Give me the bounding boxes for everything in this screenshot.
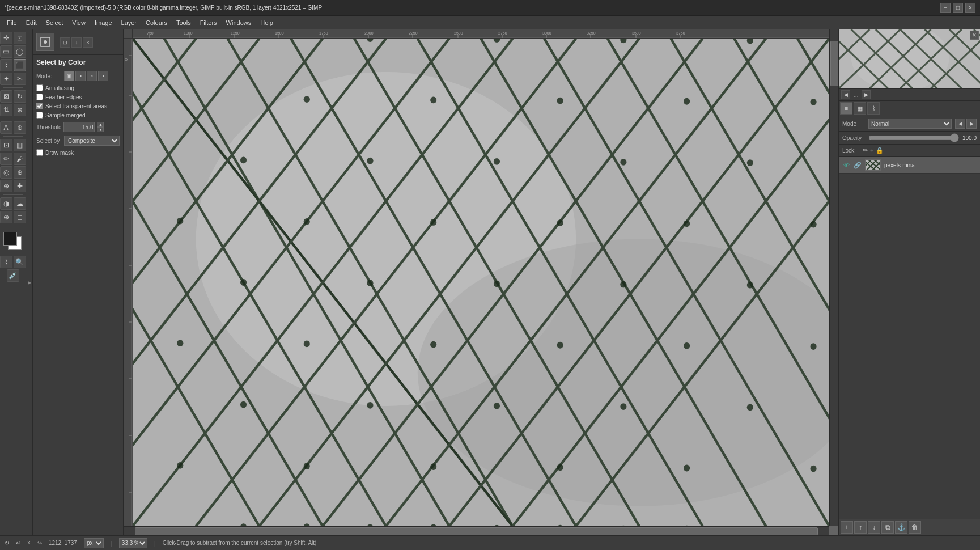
menu-item-tools[interactable]: Tools (172, 18, 196, 27)
h-scroll-handle[interactable] (135, 527, 818, 535)
antialiasing-input[interactable] (36, 84, 43, 91)
flip-btn[interactable]: ⇅ (0, 104, 12, 116)
gradient-btn[interactable]: ▥ (14, 139, 26, 151)
color-swatches[interactable] (2, 231, 24, 252)
statusbar-unit-select[interactable]: px mm cm in (84, 538, 104, 548)
transform-btn[interactable]: ↻ (14, 90, 26, 103)
menu-item-file[interactable]: File (2, 18, 22, 27)
crop-btn[interactable]: ⊠ (0, 90, 12, 103)
menu-item-windows[interactable]: Windows (222, 18, 256, 27)
statusbar-cancel-btn[interactable]: × (27, 540, 31, 546)
rp-prev-btn[interactable]: ◀ (841, 90, 850, 99)
menu-item-help[interactable]: Help (256, 18, 278, 27)
layer-visibility-btn[interactable]: 👁 (842, 161, 850, 169)
statusbar-refresh-btn[interactable]: ↻ (5, 540, 9, 546)
preview-close-btn[interactable]: × (970, 31, 979, 40)
smudge-btn[interactable]: ☁ (14, 197, 26, 210)
threshold-up-btn[interactable]: ▲ (97, 122, 104, 127)
statusbar-undo-btn[interactable]: ↩ (16, 540, 20, 546)
pencil-btn[interactable]: ✏ (0, 153, 12, 165)
select-by-dropdown[interactable]: Composite Red Green Blue Alpha (64, 136, 120, 146)
statusbar-zoom-select[interactable]: 33.3 % 50 % 100 % 200 % (119, 538, 147, 548)
free-select-btn[interactable]: ⌇ (0, 59, 12, 71)
menu-item-colours[interactable]: Colours (141, 18, 172, 27)
anchor-layer-btn[interactable]: ⚓ (895, 521, 907, 534)
paintbrush-btn[interactable]: 🖌 (14, 153, 26, 165)
measure-btn[interactable]: ⊕ (14, 104, 26, 116)
paths-btn[interactable]: ⌇ (0, 256, 12, 268)
lock-pixels-btn[interactable]: ✏ (863, 147, 868, 154)
zoom-btn[interactable]: 🔍 (14, 256, 26, 268)
canvas-image[interactable] (133, 39, 829, 526)
select-transparent-input[interactable] (36, 103, 43, 109)
align-tool-btn[interactable]: ⊡ (14, 32, 26, 44)
convolve-btn[interactable]: ⊕ (0, 211, 12, 223)
scissors-btn[interactable]: ✂ (14, 73, 26, 85)
sample-merged-input[interactable] (36, 112, 43, 119)
dodge-btn[interactable]: ◑ (0, 197, 12, 210)
move-tool-btn[interactable]: ✛ (0, 32, 12, 44)
select-color-btn[interactable]: ⬛ (14, 59, 26, 71)
rp-tab-paths[interactable]: ⌇ (867, 102, 880, 115)
tool-delete-btn[interactable]: × (83, 37, 93, 48)
tool-preset-btn[interactable]: ⊡ (60, 37, 70, 48)
rp-tab-channels[interactable]: ▦ (854, 102, 866, 115)
foreground-color-swatch[interactable] (3, 232, 17, 246)
left-panel-collapse[interactable]: ▶ (26, 29, 33, 535)
duplicate-layer-btn[interactable]: ⧉ (881, 521, 894, 534)
lock-all-btn[interactable]: 🔒 (876, 147, 884, 154)
layer-item[interactable]: 👁 🔗 (839, 157, 980, 174)
menu-item-select[interactable]: Select (41, 18, 68, 27)
rp-next-btn[interactable]: ▶ (862, 90, 871, 99)
maximize-button[interactable]: □ (953, 3, 963, 13)
bucket-fill-btn[interactable]: ⊡ (0, 139, 12, 151)
fence-photo[interactable] (133, 39, 829, 526)
threshold-down-btn[interactable]: ▼ (97, 127, 104, 132)
menu-item-layer[interactable]: Layer (117, 18, 142, 27)
delete-layer-btn[interactable]: 🗑 (909, 521, 921, 534)
tool-save-btn[interactable]: ↓ (71, 37, 82, 48)
mode-intersect-btn[interactable]: ▪ (98, 71, 108, 81)
layer-chain-btn[interactable]: 🔗 (854, 161, 862, 169)
clone-btn[interactable]: ⊕ (0, 180, 12, 192)
feather-edges-input[interactable] (36, 94, 43, 100)
mode-replace-btn[interactable]: ▣ (64, 71, 74, 81)
draw-mask-check[interactable]: Draw mask (36, 149, 120, 156)
color-picker-btn[interactable]: 💉 (7, 269, 19, 282)
layer-mode-prev-btn[interactable]: ◀ (955, 119, 965, 129)
mode-subtract-btn[interactable]: ▫ (87, 71, 97, 81)
menu-item-image[interactable]: Image (90, 18, 117, 27)
layer-mode-next-btn[interactable]: ▶ (966, 119, 977, 129)
canvas-horizontal-scrollbar[interactable] (124, 526, 829, 535)
raise-layer-btn[interactable]: ↑ (854, 521, 867, 534)
menu-item-edit[interactable]: Edit (22, 18, 41, 27)
mode-add-btn[interactable]: ▪ (75, 71, 86, 81)
opacity-slider[interactable] (868, 134, 959, 142)
lower-layer-btn[interactable]: ↓ (868, 521, 880, 534)
select-transparent-check[interactable]: Select transparent areas (36, 103, 120, 109)
feather-edges-check[interactable]: Feather edges (36, 94, 120, 100)
rp-tab-layers[interactable]: ≡ (840, 102, 852, 115)
sample-merged-check[interactable]: Sample merged (36, 112, 120, 119)
eraser-btn[interactable]: ◻ (14, 211, 26, 223)
new-layer-btn[interactable]: + (841, 521, 853, 534)
close-button[interactable]: × (965, 3, 975, 13)
threshold-input[interactable] (63, 122, 95, 132)
text-btn[interactable]: A (0, 121, 12, 134)
lock-position-btn[interactable]: + (870, 147, 873, 154)
menu-item-filters[interactable]: Filters (196, 18, 222, 27)
gedit-btn[interactable]: ⊕ (14, 121, 26, 134)
canvas-area[interactable]: 750 1000 1250 1500 1750 2000 2250 2500 2… (124, 29, 838, 535)
layers-mode-select[interactable]: Normal Dissolve Multiply Screen Overlay (868, 119, 952, 129)
draw-mask-input[interactable] (36, 149, 43, 156)
v-scroll-handle[interactable] (830, 41, 838, 86)
minimize-button[interactable]: − (940, 3, 951, 13)
statusbar-redo-btn[interactable]: ↪ (37, 540, 42, 546)
canvas-vertical-scrollbar[interactable] (829, 29, 838, 526)
ink-btn[interactable]: ⊕ (14, 166, 26, 179)
airbrush-btn[interactable]: ◎ (0, 166, 12, 179)
menu-item-view[interactable]: View (67, 18, 90, 27)
ellipse-select-btn[interactable]: ◯ (14, 45, 26, 58)
antialiasing-check[interactable]: Antialiasing (36, 84, 120, 91)
fuzzy-select-btn[interactable]: ✦ (0, 73, 12, 85)
